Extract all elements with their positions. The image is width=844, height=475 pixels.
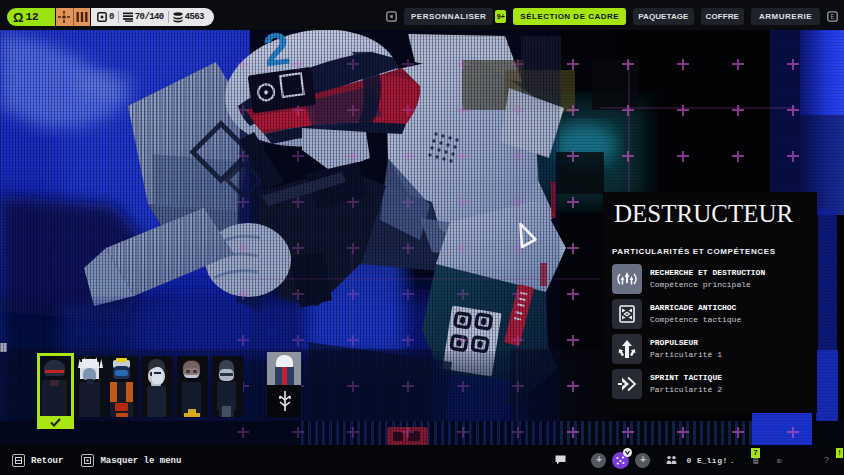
svg-text:E: E (830, 13, 834, 21)
